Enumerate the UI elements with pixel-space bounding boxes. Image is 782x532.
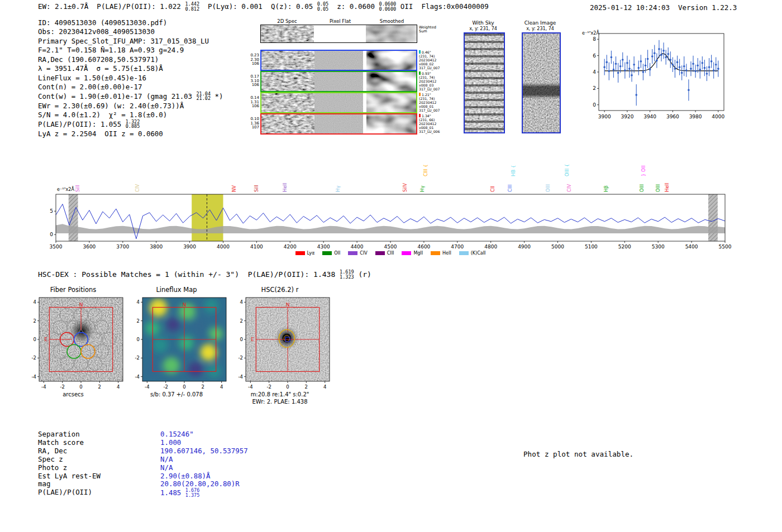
stacked-fraction: 1.3220.885 [126, 119, 140, 129]
fiber-positions-cutout: NE-4-4-2-2002244 [20, 294, 126, 391]
spec2d-smoothed-image [366, 72, 416, 91]
svg-text:3500: 3500 [50, 244, 63, 250]
fiber-row-weights: 0.101.36107 [248, 117, 259, 130]
spec2d-strip [260, 71, 417, 92]
svg-text:0: 0 [183, 384, 185, 390]
table-row: Match score1.000 [38, 439, 248, 447]
spec2d-title-pixelflat: Pixel Flat [314, 18, 366, 24]
table-row-label: mag [38, 480, 160, 488]
fiber-row-info: 0.46"(231, 74)20230412v008_02317_LU_007 [419, 50, 440, 70]
svg-text:-2: -2 [60, 384, 64, 390]
svg-text:3960: 3960 [666, 114, 679, 119]
svg-text:-2: -2 [32, 355, 36, 361]
zoom-y-axis-label: e⁻¹⁷x2Å [582, 30, 599, 36]
fiber-row-info: 0.93"(231, 74)20230412v008_03317_LU_007 [419, 71, 440, 91]
hsc-dex-match-line: HSC-DEX : Possible Matches = 1 (within +… [38, 270, 371, 280]
table-row-value: 1.485 1.6761.375 [160, 488, 199, 498]
masked-region [69, 194, 78, 241]
emission-line-label: HeII [282, 183, 288, 192]
compass-north-label: N [286, 302, 290, 308]
table-row-label: Est LyA rest-EW [38, 472, 160, 481]
emission-line-label: CIII [507, 185, 513, 192]
svg-text:-4: -4 [145, 384, 149, 390]
svg-text:3940: 3940 [643, 114, 656, 119]
emission-line-label: SiII [75, 185, 80, 192]
emission-line-label: CIV [566, 184, 572, 192]
stacked-fraction: 1.6761.375 [185, 488, 200, 497]
table-row: P(LAE)/P(OII)1.485 1.6761.375 [38, 488, 248, 498]
info-line: Cont(n) = 2.00(±0.00)e-17 [38, 83, 223, 92]
info-line: LyA z = 2.2504 OII z = 0.0600 [38, 130, 223, 138]
emission-line-label: SiII [254, 185, 259, 192]
svg-text:2: 2 [137, 318, 140, 324]
table-row-value: 0.15246" [160, 430, 194, 439]
fiber-row-info: 1.21"(231, 74)20230412v008_01317_LU_007 [419, 93, 440, 112]
svg-text:0: 0 [593, 102, 596, 108]
legend-item: (K)CaII [459, 251, 486, 256]
stacked-fraction: 0.06000.0600 [379, 2, 397, 11]
hsc-image-cutout: NE-4-4-2-2002244 [227, 294, 333, 391]
table-row: Separation0.15246" [38, 430, 248, 439]
spec2d-panel-block: 2D Spec Pixel Flat Smoothed WeightedSum0… [248, 17, 471, 140]
withsky-title: With Sky [461, 20, 505, 26]
table-row-label: Photo z [38, 464, 160, 472]
svg-text:-2: -2 [135, 355, 140, 361]
header-stats-line: EW: 2.1±0.7Å P(LAE)/P(OII): 1.022 1.4420… [38, 2, 489, 12]
emission-line-label: SiIV [402, 183, 408, 192]
svg-text:2: 2 [98, 384, 101, 390]
spec2d-strip [260, 50, 417, 71]
table-row: mag20.80(20.80,20.80)R [38, 480, 248, 488]
legend-item: OII [322, 251, 340, 256]
hsc-caption-2: EWr: 2. PLAE: 1.438 [227, 399, 333, 405]
hsc-cutout-title: HSC(26.2) r [227, 286, 333, 294]
svg-text:0: 0 [50, 232, 53, 237]
emission-line-label: Hγ [419, 186, 425, 192]
spec2d-strip [260, 113, 417, 135]
fiber-color-tick [419, 71, 421, 75]
table-row-value: 1.000 [160, 439, 181, 447]
emission-line-label: HeII [664, 183, 670, 192]
svg-text:5100: 5100 [585, 244, 598, 250]
table-row: Est LyA rest-EW2.90(±0.88)Å [38, 472, 248, 481]
clean-title: Clean Image [517, 20, 563, 26]
svg-text:-4: -4 [135, 374, 140, 380]
clean-image [522, 32, 561, 133]
table-row-label: Match score [38, 439, 160, 447]
emission-line-label: OIII [545, 184, 551, 192]
catalog-match-table: Separation0.15246"Match score1.000RA, De… [38, 430, 248, 498]
emission-line-label: OIII { [564, 164, 570, 176]
svg-text:0: 0 [79, 384, 82, 390]
emission-line-label: CII [490, 186, 495, 192]
spec2d-title-2dspec: 2D Spec [260, 18, 314, 24]
legend-swatch [322, 251, 332, 255]
emission-line-label: NV [231, 185, 237, 192]
noise-band [56, 224, 725, 233]
fiber-color-tick [419, 50, 421, 54]
fiber-row-weights: 0.173.10106 [248, 75, 259, 88]
info-line: RA,Dec (190.607208,50.537971) [38, 55, 223, 64]
legend-item: HeII [431, 251, 451, 256]
svg-text:4700: 4700 [451, 244, 464, 250]
svg-text:3920: 3920 [621, 114, 633, 119]
svg-text:8: 8 [593, 36, 596, 42]
svg-text:-4: -4 [248, 384, 252, 390]
table-row-label: Separation [38, 430, 160, 439]
clean-coords: x, y: 231, 74 [517, 26, 563, 31]
svg-text:4000: 4000 [712, 114, 724, 119]
svg-text:2: 2 [305, 384, 308, 390]
svg-text:4500: 4500 [384, 244, 397, 250]
svg-text:0: 0 [34, 337, 36, 342]
svg-text:4400: 4400 [351, 244, 364, 250]
svg-text:-2: -2 [266, 384, 271, 390]
spec2d-pixelflat-image [314, 25, 366, 42]
table-row: Spec zN/A [38, 456, 248, 464]
clean-dark-band [523, 33, 560, 132]
photz-note: Phot z plot not available. [523, 450, 633, 458]
emission-line-label: CIII { [423, 164, 428, 176]
spec2d-pixelflat-image [314, 51, 366, 70]
spec2d-pixelflat-image [314, 93, 366, 112]
emission-line-label: } OII [641, 165, 646, 176]
svg-text:3800: 3800 [150, 244, 163, 250]
svg-text:2: 2 [240, 318, 243, 324]
svg-text:3600: 3600 [83, 244, 96, 250]
